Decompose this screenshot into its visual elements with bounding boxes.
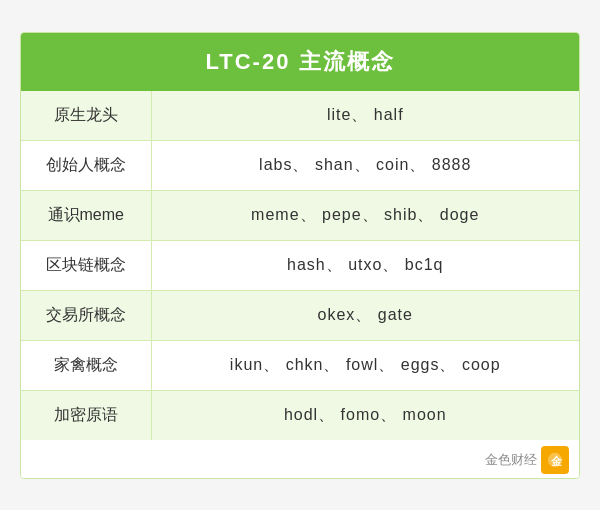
row-label: 家禽概念: [21, 340, 151, 390]
row-label: 区块链概念: [21, 240, 151, 290]
watermark-inner: 金色财经 金: [485, 446, 569, 474]
row-value: lite、 half: [151, 91, 579, 141]
row-value: hash、 utxo、 bc1q: [151, 240, 579, 290]
row-value: hodl、 fomo、 moon: [151, 390, 579, 440]
row-label: 创始人概念: [21, 140, 151, 190]
row-value: labs、 shan、 coin、 8888: [151, 140, 579, 190]
page-title: LTC-20 主流概念: [21, 33, 579, 91]
concepts-table: 原生龙头lite、 half创始人概念labs、 shan、 coin、 888…: [21, 91, 579, 440]
row-label: 交易所概念: [21, 290, 151, 340]
table-row: 原生龙头lite、 half: [21, 91, 579, 141]
row-value: ikun、 chkn、 fowl、 eggs、 coop: [151, 340, 579, 390]
row-label: 加密原语: [21, 390, 151, 440]
main-container: LTC-20 主流概念 原生龙头lite、 half创始人概念labs、 sha…: [20, 32, 580, 479]
row-label: 原生龙头: [21, 91, 151, 141]
row-value: okex、 gate: [151, 290, 579, 340]
table-row: 家禽概念ikun、 chkn、 fowl、 eggs、 coop: [21, 340, 579, 390]
table-row: 加密原语hodl、 fomo、 moon: [21, 390, 579, 440]
svg-text:金: 金: [550, 454, 563, 466]
row-value: meme、 pepe、 shib、 doge: [151, 190, 579, 240]
table-row: 创始人概念labs、 shan、 coin、 8888: [21, 140, 579, 190]
table-row: 交易所概念okex、 gate: [21, 290, 579, 340]
table-row: 通识memememe、 pepe、 shib、 doge: [21, 190, 579, 240]
watermark-bar: 金色财经 金: [21, 440, 579, 478]
gold-finance-icon: 金: [541, 446, 569, 474]
row-label: 通识meme: [21, 190, 151, 240]
watermark-text: 金色财经: [485, 451, 537, 469]
table-row: 区块链概念hash、 utxo、 bc1q: [21, 240, 579, 290]
